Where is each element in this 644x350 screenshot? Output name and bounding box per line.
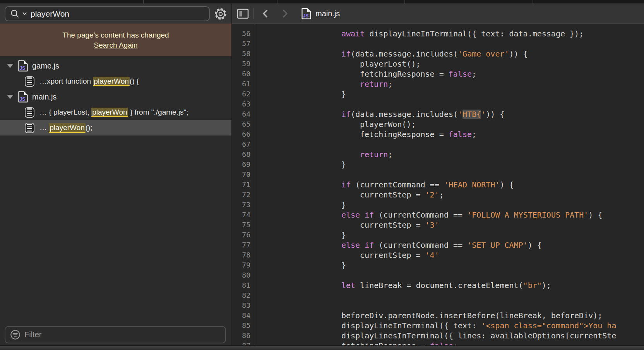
content-changed-banner: The page’s content has changed Search Ag… [0, 24, 231, 56]
disclosure-triangle-icon[interactable] [7, 64, 13, 68]
code-line-72: currentStep = '2'; [254, 190, 644, 200]
line-number[interactable]: 73 [232, 200, 254, 210]
line-number[interactable]: 70 [232, 170, 254, 180]
match-result-row[interactable]: … { playerLost, playerWon } from "./game… [0, 105, 231, 120]
code-line-75: currentStep = '3' [254, 220, 644, 230]
line-number[interactable]: 76 [232, 230, 254, 240]
line-number[interactable]: 66 [232, 129, 254, 139]
code-line-68: return; [254, 149, 644, 160]
line-number[interactable]: 79 [232, 260, 254, 270]
line-number[interactable]: 68 [232, 149, 254, 160]
js-file-icon: JS [301, 8, 312, 20]
line-number[interactable]: 65 [232, 119, 254, 129]
match-result-row[interactable]: … playerWon(); [0, 120, 231, 136]
code-line-77: else if (currentCommand == 'SET UP CAMP'… [254, 240, 644, 250]
file-result-row[interactable]: JSgame.js [0, 58, 231, 74]
line-number[interactable]: 69 [232, 160, 254, 170]
search-panel: playerWon The page’s content has changed… [0, 4, 231, 350]
file-tab-label: main.js [315, 9, 340, 18]
svg-text:JS: JS [303, 13, 309, 19]
line-number[interactable]: 85 [232, 321, 254, 331]
chevron-down-icon [22, 12, 27, 15]
line-number[interactable]: 81 [232, 280, 254, 290]
search-settings-button[interactable] [213, 7, 228, 21]
sidebar-toggle-button[interactable] [237, 9, 249, 19]
tab-separator [277, 0, 277, 3]
code-line-82 [254, 290, 644, 300]
disclosure-triangle-icon[interactable] [7, 95, 13, 99]
code-line-81: let lineBreak = document.createElement("… [254, 280, 644, 290]
svg-text:JS: JS [20, 65, 26, 71]
navigate-forward-button[interactable] [280, 9, 290, 19]
code-line-57 [254, 39, 644, 49]
code-line-87: fetchingResponse = false; [254, 341, 644, 345]
search-again-link[interactable]: Search Again [94, 41, 137, 49]
code-line-84: beforeDiv.parentNode.insertBefore(lineBr… [254, 311, 644, 321]
code-line-78: currentStep = '4' [254, 250, 644, 260]
line-number[interactable]: 60 [232, 69, 254, 79]
code-lines: await displayLineInTerminal({ text: data… [254, 24, 644, 345]
line-number[interactable]: 64 [232, 109, 254, 119]
line-number[interactable]: 58 [232, 49, 254, 59]
file-tab-main-js[interactable]: JS main.js [301, 8, 340, 20]
matched-term: playerWon [93, 77, 129, 86]
line-number[interactable]: 75 [232, 220, 254, 230]
search-results-tree: JSgame.js…xport function playerWon() {JS… [0, 56, 231, 136]
code-line-79: } [254, 260, 644, 270]
tab-separator [533, 0, 533, 3]
editor-toolbar: JS main.js [232, 4, 644, 24]
line-number[interactable]: 87 [232, 341, 254, 345]
filter-input[interactable]: Filter [5, 326, 226, 343]
line-number[interactable]: 57 [232, 39, 254, 49]
match-text: … { playerLost, playerWon } from "./game… [39, 108, 188, 117]
code-line-66: fetchingResponse = false; [254, 129, 644, 139]
code-line-69: } [254, 160, 644, 170]
code-line-71: if (currentCommand == 'HEAD NORTH') { [254, 180, 644, 190]
code-line-58: if(data.message.includes('Game over')) { [254, 49, 644, 59]
js-file-icon: JS [18, 60, 28, 72]
match-result-row[interactable]: …xport function playerWon() { [0, 74, 231, 89]
code-line-80 [254, 270, 644, 280]
filter-icon [10, 329, 21, 340]
search-icon [10, 9, 20, 19]
line-number[interactable]: 71 [232, 180, 254, 190]
code-line-70 [254, 170, 644, 180]
sidebar-toggle-icon [237, 9, 249, 19]
code-line-76: } [254, 230, 644, 240]
code-line-63 [254, 99, 644, 109]
line-number[interactable]: 86 [232, 331, 254, 341]
search-input[interactable]: playerWon [5, 6, 210, 21]
file-result-row[interactable]: JSmain.js [0, 89, 231, 105]
line-number[interactable]: 72 [232, 190, 254, 200]
line-number[interactable]: 61 [232, 79, 254, 89]
line-number[interactable]: 84 [232, 311, 254, 321]
line-number[interactable]: 80 [232, 270, 254, 280]
text-match-icon [25, 107, 34, 118]
code-line-56: await displayLineInTerminal({ text: data… [254, 29, 644, 39]
chevron-right-icon [280, 9, 290, 19]
web-inspector-window: playerWon The page’s content has changed… [0, 0, 644, 350]
line-number[interactable]: 56 [232, 29, 254, 39]
line-number[interactable]: 78 [232, 250, 254, 260]
line-number[interactable]: 63 [232, 99, 254, 109]
line-number[interactable]: 59 [232, 59, 254, 69]
match-text: … playerWon(); [39, 124, 92, 132]
line-number[interactable]: 62 [232, 89, 254, 99]
code-line-73: } [254, 200, 644, 210]
line-number[interactable]: 83 [232, 300, 254, 311]
line-number[interactable]: 67 [232, 139, 254, 149]
line-number[interactable]: 77 [232, 240, 254, 250]
line-number[interactable]: 82 [232, 290, 254, 300]
js-file-icon: JS [18, 91, 28, 103]
code-view[interactable]: 5657585960616263646566676869707172737475… [232, 24, 644, 345]
bottom-bar [0, 345, 644, 350]
matched-term: playerWon [91, 108, 128, 117]
file-name: main.js [32, 93, 57, 101]
line-number[interactable]: 74 [232, 210, 254, 220]
chevron-left-icon [260, 9, 271, 19]
matched-term: playerWon [49, 123, 85, 133]
code-line-65: playerWon(); [254, 119, 644, 129]
navigate-back-button[interactable] [260, 9, 271, 19]
tab-separator [404, 0, 405, 3]
code-line-60: fetchingResponse = false; [254, 69, 644, 79]
